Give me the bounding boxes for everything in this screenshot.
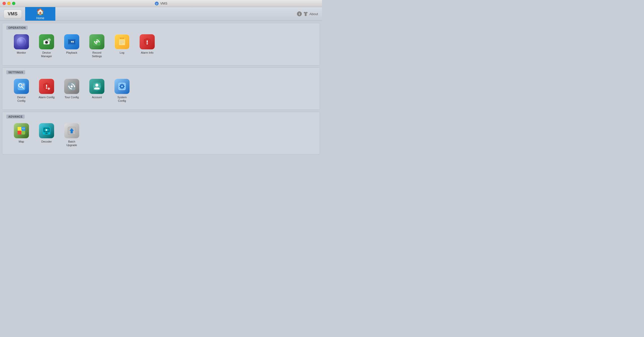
svg-point-36 — [120, 38, 121, 39]
vms-logo-area: VMS — [0, 7, 25, 21]
system-config-label: SystemConfig — [117, 95, 127, 103]
svg-point-57 — [48, 88, 50, 89]
map-icon: $20 — [14, 123, 29, 138]
system-config-item[interactable]: SystemConfig — [109, 77, 135, 105]
record-settings-label: RecordSettings — [92, 51, 102, 58]
svg-rect-29 — [74, 44, 74, 44]
advance-section: ADVANCE — [2, 112, 320, 154]
svg-rect-61 — [50, 88, 50, 89]
batch-upgrade-item[interactable]: BatchUpgrade — [59, 121, 84, 149]
alarm-info-icon — [140, 34, 155, 49]
svg-rect-52 — [22, 85, 23, 85]
svg-rect-28 — [72, 44, 73, 44]
svg-rect-60 — [48, 88, 48, 89]
svg-point-33 — [96, 41, 98, 43]
tour-config-item[interactable]: Tour Config — [59, 77, 84, 105]
device-manager-item[interactable]: DeviceManager — [34, 32, 59, 60]
decoder-icon — [39, 123, 54, 138]
log-label: Log — [120, 51, 124, 54]
svg-rect-11 — [49, 39, 49, 39]
alarm-info-item[interactable]: Alarm Info — [135, 32, 160, 60]
svg-point-49 — [23, 84, 24, 85]
svg-rect-58 — [49, 87, 49, 88]
svg-rect-24 — [74, 40, 74, 40]
svg-rect-8 — [46, 39, 47, 40]
svg-point-67 — [95, 84, 98, 87]
svg-text:i: i — [299, 12, 300, 16]
account-label: Account — [92, 95, 102, 99]
svg-rect-75 — [124, 86, 125, 87]
svg-rect-53 — [24, 85, 25, 85]
minimize-button[interactable] — [7, 2, 11, 5]
window-controls — [3, 2, 15, 5]
playback-label: Playback — [66, 51, 77, 54]
record-settings-item[interactable]: RecordSettings — [84, 32, 109, 60]
device-manager-label: DeviceManager — [41, 51, 52, 58]
close-button[interactable] — [3, 2, 6, 5]
playback-item[interactable]: Playback — [59, 32, 84, 60]
toolbar-right: i About — [297, 11, 318, 17]
svg-point-7 — [46, 42, 47, 43]
device-manager-svg — [42, 37, 51, 46]
tour-config-label: Tour Config — [65, 95, 79, 99]
alarm-config-icon — [39, 79, 54, 94]
advance-label: ADVANCE — [6, 115, 25, 119]
monitor-icon — [14, 34, 29, 49]
account-icon — [89, 79, 104, 94]
svg-text:V: V — [156, 3, 157, 5]
app-title: VMS — [160, 2, 167, 5]
alarm-config-label: Alarm Config — [38, 95, 55, 99]
device-config-icon — [14, 79, 29, 94]
settings-section: SETTINGS — [2, 68, 320, 110]
svg-rect-51 — [23, 85, 24, 86]
batch-upgrade-svg — [67, 126, 76, 135]
svg-point-38 — [123, 38, 124, 39]
home-tab[interactable]: 🏠 Home — [25, 7, 55, 21]
svg-point-65 — [71, 85, 73, 87]
maximize-button[interactable] — [12, 2, 15, 5]
map-svg: $20 — [17, 126, 26, 135]
monitor-item[interactable]: Monitor — [9, 32, 34, 60]
record-settings-icon — [89, 34, 104, 49]
svg-rect-12 — [49, 41, 49, 41]
settings-label: SETTINGS — [6, 70, 25, 74]
batch-upgrade-icon — [64, 123, 79, 138]
decoder-item[interactable]: Decoder — [34, 121, 59, 149]
alarm-info-label: Alarm Info — [141, 51, 153, 54]
home-label: Home — [36, 16, 44, 20]
log-item[interactable]: Log — [109, 32, 135, 60]
svg-point-44 — [147, 43, 148, 45]
operation-items: Monitor — [6, 32, 316, 60]
map-item[interactable]: $20 Map — [9, 121, 34, 149]
svg-point-37 — [122, 38, 123, 39]
playback-icon — [64, 34, 79, 49]
svg-rect-20 — [69, 40, 69, 40]
vms-logo-button[interactable]: VMS — [4, 10, 22, 18]
svg-rect-73 — [122, 88, 123, 89]
batch-upgrade-label: BatchUpgrade — [66, 140, 77, 147]
account-svg — [92, 82, 101, 91]
log-icon — [114, 34, 130, 49]
tour-config-icon — [64, 79, 79, 94]
titlebar: V VMS — [0, 0, 322, 7]
account-item[interactable]: Account — [84, 77, 109, 105]
alarm-config-item[interactable]: Alarm Config — [34, 77, 59, 105]
toolbar: VMS 🏠 Home i About — [0, 7, 322, 21]
svg-rect-26 — [70, 44, 71, 44]
svg-point-10 — [49, 39, 50, 41]
svg-rect-50 — [23, 84, 24, 84]
svg-rect-72 — [122, 84, 123, 85]
svg-rect-59 — [49, 89, 49, 90]
svg-text:$20: $20 — [22, 128, 25, 129]
svg-point-55 — [46, 87, 47, 89]
decoder-label: Decoder — [41, 140, 52, 143]
shirt-icon — [303, 11, 308, 17]
svg-rect-89 — [46, 133, 48, 133]
tour-config-svg — [67, 82, 76, 91]
map-label: Map — [19, 140, 24, 143]
info-icon: i — [297, 11, 302, 16]
svg-rect-23 — [72, 40, 73, 40]
device-config-item[interactable]: DeviceConfig — [9, 77, 34, 105]
about-button[interactable]: i About — [297, 11, 318, 17]
operation-label: OPERATION — [6, 26, 28, 30]
